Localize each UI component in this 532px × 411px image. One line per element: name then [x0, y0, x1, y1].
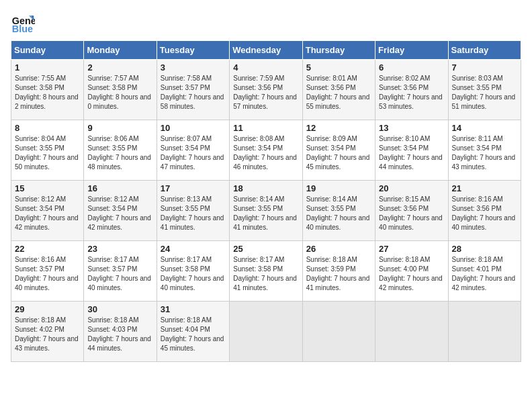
sunrise-label: Sunrise: 8:17 AM	[87, 256, 138, 263]
day-info: Sunrise: 7:57 AM Sunset: 3:58 PM Dayligh…	[87, 74, 152, 111]
week-row-2: 8 Sunrise: 8:04 AM Sunset: 3:55 PM Dayli…	[11, 120, 521, 181]
day-info: Sunrise: 8:18 AM Sunset: 4:04 PM Dayligh…	[161, 316, 226, 353]
daylight-label: Daylight: 7 hours and 45 minutes.	[161, 335, 224, 352]
day-info: Sunrise: 8:03 AM Sunset: 3:55 PM Dayligh…	[452, 74, 517, 111]
day-cell: 29 Sunrise: 8:18 AM Sunset: 4:02 PM Dayl…	[11, 302, 84, 362]
sunrise-label: Sunrise: 8:11 AM	[452, 135, 503, 142]
day-number: 17	[161, 183, 226, 193]
sunset-label: Sunset: 3:59 PM	[306, 265, 356, 273]
day-cell: 12 Sunrise: 8:09 AM Sunset: 3:54 PM Dayl…	[302, 120, 375, 181]
day-cell: 15 Sunrise: 8:12 AM Sunset: 3:54 PM Dayl…	[11, 181, 84, 241]
calendar-header: General Blue	[11, 11, 521, 35]
day-info: Sunrise: 8:12 AM Sunset: 3:54 PM Dayligh…	[15, 195, 80, 232]
sunset-label: Sunset: 3:54 PM	[452, 144, 502, 152]
day-cell: 17 Sunrise: 8:13 AM Sunset: 3:55 PM Dayl…	[157, 181, 229, 241]
daylight-label: Daylight: 7 hours and 44 minutes.	[379, 154, 443, 171]
day-cell: 25 Sunrise: 8:17 AM Sunset: 3:58 PM Dayl…	[230, 241, 302, 302]
day-cell: 11 Sunrise: 8:08 AM Sunset: 3:54 PM Dayl…	[230, 120, 302, 181]
sunset-label: Sunset: 3:55 PM	[161, 205, 210, 212]
day-number: 26	[306, 244, 371, 254]
sunset-label: Sunset: 3:58 PM	[233, 265, 283, 273]
sunset-label: Sunset: 3:58 PM	[15, 84, 64, 91]
sunrise-label: Sunrise: 8:14 AM	[306, 195, 357, 203]
day-number: 20	[379, 183, 444, 193]
day-info: Sunrise: 8:11 AM Sunset: 3:54 PM Dayligh…	[452, 134, 517, 172]
sunrise-label: Sunrise: 8:10 AM	[379, 135, 430, 142]
sunrise-label: Sunrise: 8:16 AM	[452, 195, 503, 203]
day-number: 11	[233, 123, 298, 133]
sunrise-label: Sunrise: 8:03 AM	[452, 75, 503, 82]
day-number: 2	[87, 62, 152, 73]
day-number: 23	[87, 244, 152, 254]
sunset-label: Sunset: 3:55 PM	[15, 144, 64, 152]
sunrise-label: Sunrise: 8:18 AM	[306, 256, 357, 263]
day-info: Sunrise: 7:55 AM Sunset: 3:58 PM Dayligh…	[15, 74, 80, 111]
day-number: 18	[233, 183, 298, 193]
day-number: 9	[87, 123, 152, 133]
sunrise-label: Sunrise: 7:55 AM	[15, 75, 66, 82]
day-number: 28	[452, 244, 517, 254]
day-cell: 22 Sunrise: 8:16 AM Sunset: 3:57 PM Dayl…	[11, 241, 84, 302]
day-info: Sunrise: 8:13 AM Sunset: 3:55 PM Dayligh…	[161, 195, 226, 232]
day-cell	[448, 302, 521, 362]
daylight-label: Daylight: 7 hours and 40 minutes.	[161, 275, 224, 291]
daylight-label: Daylight: 7 hours and 41 minutes.	[161, 214, 224, 231]
sunset-label: Sunset: 3:55 PM	[233, 205, 283, 212]
day-info: Sunrise: 8:15 AM Sunset: 3:56 PM Dayligh…	[379, 195, 444, 232]
day-cell: 19 Sunrise: 8:14 AM Sunset: 3:55 PM Dayl…	[302, 181, 375, 241]
sunset-label: Sunset: 3:57 PM	[87, 265, 137, 273]
svg-text:Blue: Blue	[12, 24, 33, 34]
sunset-label: Sunset: 4:01 PM	[452, 265, 502, 273]
sunrise-label: Sunrise: 8:12 AM	[87, 195, 138, 203]
daylight-label: Daylight: 7 hours and 42 minutes.	[87, 214, 151, 231]
sunset-label: Sunset: 3:54 PM	[233, 144, 283, 152]
daylight-label: Daylight: 7 hours and 40 minutes.	[306, 214, 370, 231]
day-cell: 9 Sunrise: 8:06 AM Sunset: 3:55 PM Dayli…	[84, 120, 157, 181]
daylight-label: Daylight: 8 hours and 0 minutes.	[87, 93, 151, 110]
sunrise-label: Sunrise: 8:17 AM	[233, 256, 284, 263]
daylight-label: Daylight: 7 hours and 40 minutes.	[379, 214, 443, 231]
day-info: Sunrise: 8:18 AM Sunset: 4:03 PM Dayligh…	[87, 316, 152, 353]
day-cell: 6 Sunrise: 8:02 AM Sunset: 3:56 PM Dayli…	[375, 60, 448, 120]
sunset-label: Sunset: 3:55 PM	[306, 205, 356, 212]
day-cell: 7 Sunrise: 8:03 AM Sunset: 3:55 PM Dayli…	[448, 60, 521, 120]
day-number: 24	[161, 244, 226, 254]
day-cell: 13 Sunrise: 8:10 AM Sunset: 3:54 PM Dayl…	[375, 120, 448, 181]
sunset-label: Sunset: 3:58 PM	[87, 84, 137, 91]
day-info: Sunrise: 8:16 AM Sunset: 3:57 PM Dayligh…	[15, 255, 80, 293]
day-info: Sunrise: 8:18 AM Sunset: 4:00 PM Dayligh…	[379, 255, 444, 293]
sunset-label: Sunset: 3:54 PM	[306, 144, 356, 152]
sunrise-label: Sunrise: 8:02 AM	[379, 75, 430, 82]
day-info: Sunrise: 8:17 AM Sunset: 3:57 PM Dayligh…	[87, 255, 152, 293]
day-number: 7	[452, 62, 517, 73]
day-number: 1	[15, 62, 80, 73]
day-cell: 2 Sunrise: 7:57 AM Sunset: 3:58 PM Dayli…	[84, 60, 157, 120]
week-row-3: 15 Sunrise: 8:12 AM Sunset: 3:54 PM Dayl…	[11, 181, 521, 241]
sunset-label: Sunset: 3:54 PM	[161, 144, 210, 152]
day-cell: 18 Sunrise: 8:14 AM Sunset: 3:55 PM Dayl…	[230, 181, 302, 241]
sunrise-label: Sunrise: 8:07 AM	[161, 135, 212, 142]
day-number: 29	[15, 304, 80, 314]
daylight-label: Daylight: 7 hours and 40 minutes.	[452, 214, 516, 231]
col-header-saturday: Saturday	[448, 41, 521, 60]
sunset-label: Sunset: 3:56 PM	[306, 84, 356, 91]
daylight-label: Daylight: 7 hours and 43 minutes.	[15, 335, 79, 352]
sunrise-label: Sunrise: 8:13 AM	[161, 195, 212, 203]
sunset-label: Sunset: 3:56 PM	[379, 205, 429, 212]
daylight-label: Daylight: 7 hours and 46 minutes.	[233, 154, 297, 171]
day-info: Sunrise: 8:18 AM Sunset: 3:59 PM Dayligh…	[306, 255, 371, 293]
sunset-label: Sunset: 4:00 PM	[379, 265, 429, 273]
sunset-label: Sunset: 3:57 PM	[161, 84, 210, 91]
sunrise-label: Sunrise: 8:14 AM	[233, 195, 284, 203]
sunset-label: Sunset: 4:03 PM	[87, 326, 137, 333]
daylight-label: Daylight: 7 hours and 55 minutes.	[306, 93, 370, 110]
day-info: Sunrise: 8:18 AM Sunset: 4:01 PM Dayligh…	[452, 255, 517, 293]
sunset-label: Sunset: 3:55 PM	[452, 84, 502, 91]
daylight-label: Daylight: 7 hours and 41 minutes.	[233, 214, 297, 231]
day-info: Sunrise: 8:06 AM Sunset: 3:55 PM Dayligh…	[87, 134, 152, 172]
day-cell: 26 Sunrise: 8:18 AM Sunset: 3:59 PM Dayl…	[302, 241, 375, 302]
sunrise-label: Sunrise: 8:04 AM	[15, 135, 66, 142]
daylight-label: Daylight: 7 hours and 42 minutes.	[15, 214, 79, 231]
day-cell: 21 Sunrise: 8:16 AM Sunset: 3:56 PM Dayl…	[448, 181, 521, 241]
day-number: 19	[306, 183, 371, 193]
